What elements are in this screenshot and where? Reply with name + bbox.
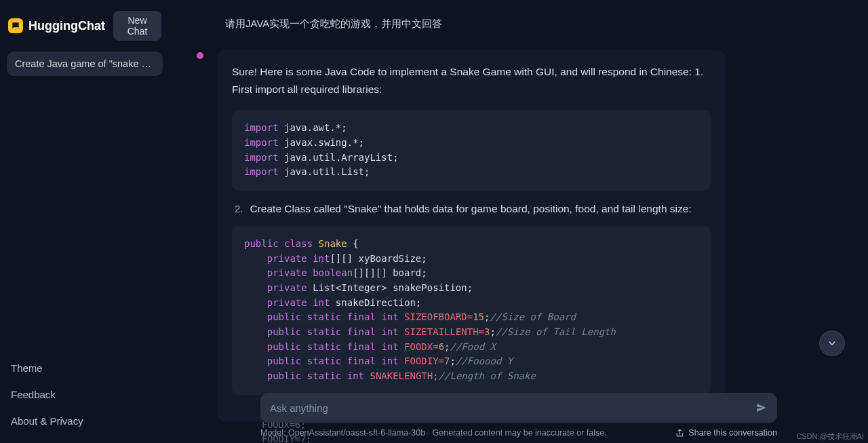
scroll-to-bottom-button[interactable] <box>819 330 845 356</box>
chat-scroll[interactable]: 请用JAVA实现一个贪吃蛇的游戏，并用中文回答 Sure! Here is so… <box>170 0 868 443</box>
step-text: Create Class called "Snake" that holds d… <box>250 203 692 215</box>
step-number: 2. <box>235 203 243 215</box>
composer <box>260 393 777 423</box>
send-icon <box>755 402 768 414</box>
brand[interactable]: HuggingChat <box>8 18 105 33</box>
assistant-avatar-icon <box>197 52 203 59</box>
feedback-link[interactable]: Feedback <box>9 385 160 404</box>
user-message: 请用JAVA实现一个贪吃蛇的游戏，并用中文回答 <box>197 16 726 50</box>
sidebar-footer: Theme Feedback About & Privacy <box>7 354 163 436</box>
theme-link[interactable]: Theme <box>9 358 160 378</box>
sidebar-header: HuggingChat New Chat <box>7 8 163 47</box>
chevron-down-icon <box>827 338 837 349</box>
code-block-class: public class Snake { private int[][] xyB… <box>232 226 711 395</box>
model-info: Model: OpenAssistant/oasst-sft-6-llama-3… <box>260 428 607 438</box>
send-button[interactable] <box>755 402 768 414</box>
chat-column: 请用JAVA实现一个贪吃蛇的游戏，并用中文回答 Sure! Here is so… <box>197 16 726 443</box>
assistant-message: Sure! Here is some Java Code to implemen… <box>197 50 726 422</box>
new-chat-button[interactable]: New Chat <box>113 11 161 41</box>
conversation-item[interactable]: Create Java game of "snake eati... <box>7 52 163 76</box>
assistant-bubble: Sure! Here is some Java Code to implemen… <box>217 50 726 422</box>
assistant-intro: Sure! Here is some Java Code to implemen… <box>232 63 711 98</box>
share-icon <box>675 429 684 438</box>
watermark: CSDN @技术狂潮AI <box>796 431 864 442</box>
brand-label: HuggingChat <box>28 19 105 33</box>
share-label: Share this conversation <box>688 428 777 438</box>
code-block-imports: import java.awt.*; import javax.swing.*;… <box>232 110 711 191</box>
brand-icon <box>8 18 23 33</box>
message-input[interactable] <box>270 402 749 414</box>
meta-row: Model: OpenAssistant/oasst-sft-6-llama-3… <box>260 428 777 438</box>
about-privacy-link[interactable]: About & Privacy <box>9 411 160 431</box>
main: 请用JAVA实现一个贪吃蛇的游戏，并用中文回答 Sure! Here is so… <box>170 0 868 443</box>
conversation-list: Create Java game of "snake eati... <box>7 52 163 76</box>
step-2: 2. Create Class called "Snake" that hold… <box>235 203 711 215</box>
sidebar: HuggingChat New Chat Create Java game of… <box>0 0 170 443</box>
composer-area: Model: OpenAssistant/oasst-sft-6-llama-3… <box>170 393 868 443</box>
share-conversation-link[interactable]: Share this conversation <box>675 428 777 438</box>
